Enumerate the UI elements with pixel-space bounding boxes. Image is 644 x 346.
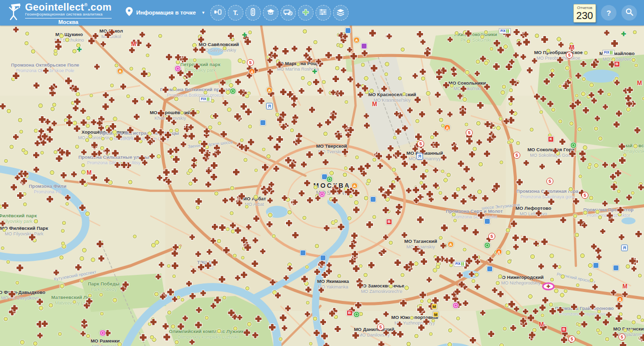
redsq-marker[interactable]: В: [347, 310, 353, 316]
greenc-marker[interactable]: [230, 88, 236, 95]
bluesq-marker[interactable]: [593, 262, 599, 268]
linked-objects-button[interactable]: [210, 5, 226, 21]
bluesq-marker[interactable]: [260, 120, 266, 126]
pinkc-marker[interactable]: [453, 302, 459, 309]
graduate-person-icon: [7, 3, 22, 22]
greencross-marker[interactable]: ✚: [621, 31, 626, 37]
yellsq-marker[interactable]: М: [432, 304, 437, 309]
bluesq-marker[interactable]: [370, 196, 376, 202]
reports-label: Отчетов: [574, 6, 595, 10]
p5-marker[interactable]: 5: [247, 59, 254, 66]
bus-marker[interactable]: А: [117, 68, 124, 75]
point-info-label: Информация в точке: [136, 10, 196, 16]
map-canvas[interactable]: МО ЩукиноMO ShchukinoМО СоколMO SokolПро…: [0, 26, 644, 346]
metro-marker[interactable]: М: [637, 80, 642, 86]
bluesq-marker[interactable]: [320, 255, 326, 261]
text-label-icon: T.: [233, 9, 238, 17]
bus-marker[interactable]: А: [448, 241, 454, 248]
brand-title: Geointellect®.com: [25, 2, 112, 12]
fix-marker[interactable]: FIX: [199, 97, 211, 102]
brand-subtitle: Геоинформационная система аналитика: [25, 13, 112, 17]
greencross-marker[interactable]: ✚: [312, 69, 317, 75]
pinkc-marker[interactable]: [175, 66, 181, 72]
redsq-marker[interactable]: В: [561, 326, 567, 332]
linked-objects-icon: [214, 8, 222, 18]
location-pin-icon: [126, 7, 133, 18]
greenc-marker[interactable]: [570, 142, 577, 149]
bluesq-marker[interactable]: [345, 28, 351, 34]
metro-marker[interactable]: М: [131, 41, 136, 47]
p5-marker[interactable]: 5: [377, 323, 384, 330]
p5-marker[interactable]: 5: [513, 152, 520, 159]
yellsq-marker[interactable]: М: [433, 312, 439, 317]
redsq-marker[interactable]: В: [386, 219, 392, 225]
p5-marker[interactable]: 5: [581, 192, 588, 199]
pinkc-marker[interactable]: [100, 330, 106, 336]
logo[interactable]: Geointellect®.com Геоинформационная сист…: [0, 0, 112, 25]
p5-marker[interactable]: 5: [417, 140, 424, 147]
traffic-light-button[interactable]: [245, 5, 261, 21]
transport-button[interactable]: [280, 5, 296, 21]
toolbar-buttons: T.: [210, 5, 349, 21]
fix-marker[interactable]: FIX: [454, 261, 466, 267]
dixy-marker[interactable]: Д: [496, 249, 502, 255]
ya-marker[interactable]: Я: [621, 245, 628, 251]
reports-count: 230: [574, 11, 595, 21]
p5-marker[interactable]: 5: [618, 333, 625, 340]
bus-marker[interactable]: А: [352, 183, 358, 189]
greencross-marker[interactable]: ✚: [242, 32, 247, 38]
dixy-marker[interactable]: Д: [617, 296, 623, 303]
greenc-marker[interactable]: [484, 242, 491, 249]
text-label-button[interactable]: T.: [228, 5, 243, 21]
redsq-marker[interactable]: В: [614, 61, 620, 67]
poi-markers-layer: МММММММ55555555555АААААДДДД✚ВВВВКFIXFIXF…: [0, 26, 644, 346]
dixy-marker[interactable]: Д: [249, 69, 255, 75]
city-name: Москва: [25, 20, 112, 25]
greencross-marker[interactable]: ✚: [77, 47, 82, 53]
search-icon: [625, 8, 633, 18]
ya-marker[interactable]: Я: [417, 153, 423, 160]
search-button[interactable]: [621, 5, 637, 21]
ya-marker[interactable]: Я: [266, 103, 273, 110]
bluesq-marker[interactable]: [613, 265, 619, 271]
greenc-marker[interactable]: [354, 311, 360, 318]
dixy-marker[interactable]: Д: [444, 125, 451, 131]
redsq-marker[interactable]: К: [548, 136, 554, 142]
question-mark-icon: ?: [606, 9, 611, 17]
metro-marker[interactable]: М: [622, 283, 627, 289]
filter-sliders-button[interactable]: [315, 5, 331, 21]
purplesq-marker[interactable]: [361, 43, 367, 49]
metro-marker[interactable]: М: [539, 321, 544, 327]
education-cap-button[interactable]: [263, 5, 278, 21]
fix-marker[interactable]: FIX: [602, 50, 614, 56]
education-cap-icon: [266, 9, 275, 18]
p5-marker[interactable]: 5: [466, 129, 473, 136]
pharmacy-cross-button[interactable]: [298, 5, 313, 21]
map-layers-icon: [337, 9, 345, 18]
chevron-down-icon[interactable]: ▼: [201, 11, 205, 15]
bluesq-marker[interactable]: [484, 218, 490, 224]
reports-counter[interactable]: Отчетов 230: [573, 4, 596, 23]
p5-marker[interactable]: 5: [566, 52, 573, 59]
map-layers-button[interactable]: [333, 5, 349, 21]
metro-marker[interactable]: М: [87, 170, 92, 176]
bluesq-marker[interactable]: [487, 266, 493, 272]
traffic-light-icon: [249, 8, 256, 18]
bus-marker[interactable]: А: [266, 87, 273, 94]
fix-marker[interactable]: FIX: [499, 29, 511, 34]
p5-marker[interactable]: 5: [568, 335, 575, 342]
top-toolbar: Geointellect®.com Геоинформационная сист…: [0, 0, 644, 26]
point-info-tool[interactable]: Информация в точке ▼: [126, 7, 205, 18]
help-button[interactable]: ?: [601, 5, 616, 21]
logo-divider: [25, 18, 112, 19]
metro-marker[interactable]: М: [569, 45, 574, 51]
p5-marker[interactable]: 5: [488, 233, 495, 240]
pinkcross-marker[interactable]: ✚: [542, 282, 555, 290]
metro-marker[interactable]: М: [372, 101, 377, 107]
bus-marker[interactable]: А: [354, 37, 360, 44]
pinkc-marker[interactable]: [319, 191, 326, 198]
bluesq-marker[interactable]: [300, 250, 306, 256]
geointellect-app: Geointellect®.com Геоинформационная сист…: [0, 0, 644, 346]
greenc-marker[interactable]: [327, 176, 333, 183]
p5-marker[interactable]: 5: [546, 178, 553, 185]
